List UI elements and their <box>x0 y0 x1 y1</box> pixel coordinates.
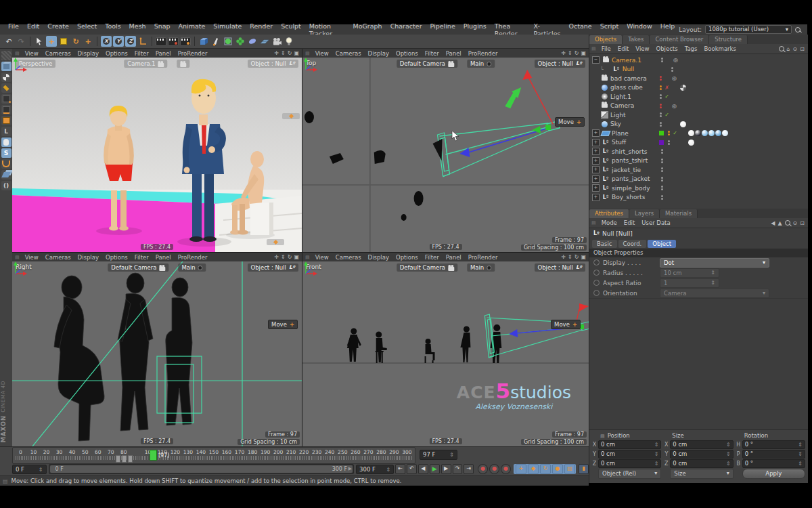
om-menu-item[interactable]: File <box>598 45 614 52</box>
drag-handle-icon[interactable]: ▤ <box>305 51 310 56</box>
timeline-playhead[interactable]: (97) <box>150 450 169 461</box>
expand-toggle[interactable]: + <box>592 175 600 183</box>
visibility-dots-icon[interactable] <box>658 85 663 90</box>
expand-toggle[interactable]: + <box>592 194 600 201</box>
orbit-view-icon[interactable]: ↻ <box>288 254 292 260</box>
viewport-menu-item[interactable]: Panel <box>443 254 465 261</box>
viewport-right-canvas[interactable]: Right Default Camera Main Object : Null … <box>12 261 302 446</box>
tab-objects[interactable]: Objects <box>589 35 623 44</box>
visibility-dots-icon[interactable] <box>658 94 663 100</box>
spinner-icon[interactable] <box>798 441 803 448</box>
next-frame-button[interactable]: ▶ <box>441 464 451 474</box>
expand-toggle[interactable]: + <box>592 157 600 165</box>
workplane-planes-button[interactable] <box>1 170 12 179</box>
timeline-scrollbar[interactable]: ◀ 0 F300 F ▶ <box>49 464 355 474</box>
viewport-menu-item[interactable]: Panel <box>152 254 175 261</box>
viewport-menu-item[interactable]: Display <box>365 50 392 57</box>
rotate-tool[interactable]: ↻ <box>70 36 81 47</box>
timeline-ruler[interactable]: 0102030405060708090100110120130140150160… <box>12 447 415 464</box>
back-icon[interactable]: ◀ <box>771 220 775 226</box>
viewport-solo-button[interactable] <box>1 137 12 147</box>
object-row[interactable]: + jacket_tie <box>589 165 808 175</box>
expand-toggle[interactable]: + <box>592 166 600 173</box>
next-key-button[interactable]: ↷ <box>453 464 463 474</box>
om-menu-item[interactable]: Edit <box>614 45 632 52</box>
viewport-menu-item[interactable]: Filter <box>131 254 152 261</box>
maximize-view-icon[interactable]: ▣ <box>294 50 299 56</box>
autokey-button[interactable]: ● <box>489 464 499 474</box>
axis-mode-button[interactable]: L <box>1 127 12 136</box>
visibility-dots-icon[interactable] <box>658 112 663 118</box>
object-row[interactable]: + shirt_shorts <box>589 147 808 156</box>
object-row[interactable]: Light.1 <box>589 92 808 102</box>
render-to-picture-viewer-button[interactable] <box>168 36 179 47</box>
spinner-icon[interactable] <box>654 460 659 467</box>
keyframe-bar-button[interactable]: ▮ <box>579 464 589 474</box>
material-tags[interactable] <box>679 85 686 91</box>
maximize-view-icon[interactable]: ▣ <box>581 254 586 260</box>
expand-toggle[interactable] <box>592 93 598 100</box>
spinner-icon[interactable] <box>654 441 659 448</box>
add-floor-button[interactable] <box>259 36 270 47</box>
object-row[interactable]: Sky <box>589 120 808 129</box>
object-row[interactable]: Light <box>589 110 808 120</box>
polygons-mode-button[interactable] <box>1 116 12 125</box>
attribute-value[interactable]: Dot <box>660 258 769 268</box>
expand-toggle[interactable] <box>604 66 610 72</box>
viewport-menu-item[interactable]: Options <box>392 254 422 261</box>
viewport-menu-item[interactable]: View <box>22 50 42 57</box>
drag-handle-icon[interactable]: ▤ <box>15 255 20 260</box>
spinner-icon[interactable] <box>449 450 454 459</box>
coordinate-system-button[interactable] <box>137 36 148 47</box>
object-row[interactable]: + simple_body <box>589 184 808 193</box>
object-name[interactable]: pants_tshirt <box>612 157 659 164</box>
viewport-menu-item[interactable]: Cameras <box>332 50 365 57</box>
record-parameter-button[interactable]: ● <box>552 464 563 474</box>
home-icon[interactable]: ⌂ <box>787 46 790 52</box>
target-icon[interactable] <box>672 57 679 63</box>
object-name[interactable]: Light <box>610 112 658 119</box>
move-tool[interactable]: + <box>46 36 57 47</box>
material-ball-icon[interactable] <box>680 121 686 127</box>
attribute-value[interactable]: Camera <box>660 289 769 298</box>
lock-icon[interactable]: ⊙ <box>793 220 798 226</box>
object-name[interactable]: shirt_shorts <box>612 148 659 155</box>
visibility-dots-icon[interactable] <box>659 58 664 63</box>
add-subdivision-surface-button[interactable] <box>223 36 233 47</box>
object-row[interactable]: glass cube <box>589 83 808 93</box>
record-keyframe-button[interactable]: ● <box>478 464 488 474</box>
viewport-menu-item[interactable]: Cameras <box>42 50 74 57</box>
animation-toggle-icon[interactable] <box>593 290 600 296</box>
om-menu-item[interactable]: Bookmarks <box>700 45 740 52</box>
expand-toggle[interactable] <box>592 75 598 81</box>
state-icon[interactable] <box>671 130 679 136</box>
viewport-menu-item[interactable]: ProRender <box>465 254 501 261</box>
viewport-menu-item[interactable]: Options <box>392 50 422 57</box>
target-icon[interactable] <box>671 103 678 109</box>
object-name[interactable]: Boy_shorts <box>612 194 659 200</box>
lock-x-axis-button[interactable]: X <box>101 36 112 47</box>
pan-view-icon[interactable]: ✛ <box>274 254 279 260</box>
apply-button[interactable]: Apply <box>742 469 805 479</box>
visibility-dots-icon[interactable] <box>659 167 664 173</box>
state-icon[interactable] <box>663 112 671 118</box>
spinner-icon[interactable] <box>726 441 731 448</box>
expand-toggle[interactable]: + <box>592 184 600 192</box>
size-z-field[interactable]: 0 cm <box>670 459 733 468</box>
material-tags[interactable] <box>687 140 694 146</box>
object-name[interactable]: simple_body <box>612 185 659 192</box>
object-row[interactable]: + pants_jacket <box>589 175 808 184</box>
visibility-dots-icon[interactable] <box>658 103 663 108</box>
record-pla-button[interactable]: ▤ <box>564 464 575 474</box>
render-settings-button[interactable] <box>180 36 191 47</box>
viewport-menu-item[interactable]: Cameras <box>332 254 365 261</box>
workplane-mode-button[interactable] <box>1 83 12 93</box>
visibility-dots-icon[interactable] <box>659 149 664 154</box>
points-mode-button[interactable] <box>1 94 12 104</box>
drag-handle-icon[interactable]: ▤ <box>305 255 310 260</box>
timeline-scroll-thumb[interactable]: 0 F300 F <box>50 465 353 473</box>
object-row[interactable]: + Plane <box>589 129 808 138</box>
edges-mode-button[interactable] <box>1 105 12 114</box>
object-name[interactable]: jacket_tie <box>612 167 659 173</box>
parenthesis-tool-button[interactable]: () <box>1 181 12 190</box>
